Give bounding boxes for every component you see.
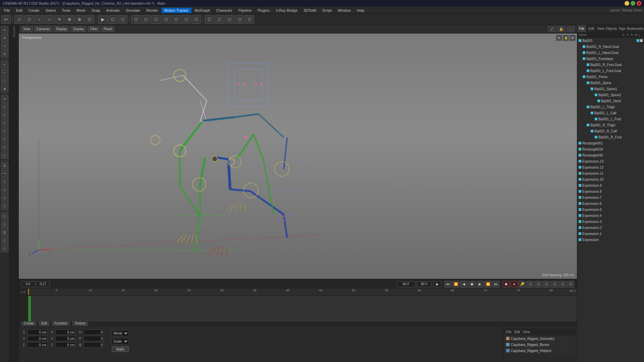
rec-auto-button[interactable]: ●: [511, 281, 518, 288]
obj-r-foot-goal[interactable]: Bip001_R_Foot.Goal: [577, 62, 644, 68]
menu-select[interactable]: Select: [43, 8, 59, 13]
menu-animate[interactable]: Animate: [104, 8, 122, 13]
tool-brush5[interactable]: ⬡: [1, 127, 8, 135]
rp-tab-file[interactable]: File: [577, 25, 587, 32]
tool-render2[interactable]: ⬡: [108, 15, 117, 24]
menu-simulate[interactable]: Simulate: [123, 8, 143, 13]
menu-create[interactable]: Create: [26, 8, 42, 13]
menu-file[interactable]: File: [1, 8, 13, 13]
menu-script[interactable]: Script: [320, 8, 334, 13]
menu-help[interactable]: Help: [354, 8, 367, 13]
br-item-bones[interactable]: Capybara_Rigged_Bones: [505, 342, 576, 348]
vp-display2-btn[interactable]: Display: [71, 26, 87, 32]
obj-l-foot-goal[interactable]: Bip001_L_Foot.Goal: [577, 68, 644, 74]
obj-expr12[interactable]: Expression.12: [577, 164, 644, 170]
obj-rect018[interactable]: Rectangle018: [577, 146, 644, 152]
stop-button[interactable]: ⏹: [468, 281, 476, 288]
vp-ctrl-2[interactable]: 🔒: [563, 35, 569, 41]
maximize-button[interactable]: □: [631, 1, 635, 6]
tool-circle[interactable]: ○: [35, 15, 44, 24]
tool-brush3[interactable]: ⬡: [1, 111, 8, 119]
tool-open[interactable]: ⬡: [24, 15, 34, 24]
tool-point[interactable]: •: [1, 61, 8, 68]
vp-cameras-btn[interactable]: Cameras: [34, 26, 53, 32]
tool-extra9[interactable]: ⬡: [1, 202, 8, 209]
obj-r-thigh[interactable]: Bip001_R_Thigh: [577, 122, 644, 128]
rp-tab-tags[interactable]: Tags: [618, 25, 627, 32]
obj-r-foot[interactable]: Bip001_R_Foot: [577, 134, 644, 140]
rp-tab-objects[interactable]: Objects: [606, 25, 618, 32]
tool-extra13[interactable]: ⬡: [1, 245, 8, 252]
tool-cube[interactable]: ⬡: [131, 15, 141, 24]
vp-panel-btn[interactable]: Panel: [101, 26, 115, 32]
play-button[interactable]: ▶: [476, 281, 484, 288]
menu-render[interactable]: Render: [144, 8, 161, 13]
tool-render[interactable]: ▶: [98, 15, 107, 24]
window-controls[interactable]: _ □ ✕: [625, 1, 641, 6]
tool-nurbs[interactable]: ⬡: [141, 15, 151, 24]
end-frame-input[interactable]: [397, 281, 415, 287]
menu-edit[interactable]: Edit: [13, 8, 25, 13]
tool-extra12[interactable]: ⬡: [1, 237, 8, 244]
tool-scene[interactable]: ⬡: [161, 15, 171, 24]
tool-brush6[interactable]: ⬡: [1, 135, 8, 143]
obj-expr4[interactable]: Expression.4: [577, 213, 644, 219]
motion2-button[interactable]: ⬡: [535, 281, 542, 288]
tool-extra11[interactable]: ⬡: [1, 221, 8, 228]
tool-extra6[interactable]: ⬡: [1, 178, 8, 185]
menu-pipeline[interactable]: Pipeline: [236, 8, 254, 13]
tool-extra5[interactable]: ⬡: [245, 15, 254, 24]
prev-frame-button[interactable]: ⏪: [452, 281, 460, 288]
tool-brush2[interactable]: ⬡: [1, 103, 8, 111]
rot-z-input[interactable]: [55, 342, 75, 348]
motion5-button[interactable]: ⬡: [559, 281, 566, 288]
obj-r-hand[interactable]: Bip001_R_Hand.Goal: [577, 44, 644, 50]
coord-system-select[interactable]: World Object Local: [112, 330, 129, 336]
tool-render3[interactable]: ⬡: [118, 15, 127, 24]
rp-tab-edit[interactable]: Edit: [587, 25, 596, 32]
rp-tab-bookmarks[interactable]: Bookmarks: [627, 25, 644, 32]
motion-button[interactable]: ⬡: [527, 281, 534, 288]
tool-new[interactable]: ⬡: [14, 15, 24, 24]
go-start-button[interactable]: ⏮: [444, 281, 451, 288]
obj-expr8[interactable]: Expression.8: [577, 188, 644, 194]
obj-rect045[interactable]: Rectangle045: [577, 152, 644, 158]
menu-plugins[interactable]: Plugins: [255, 8, 272, 13]
tool-money[interactable]: $: [1, 162, 8, 169]
obj-expr1[interactable]: Expression.1: [577, 231, 644, 237]
tool-scale[interactable]: ⊕: [65, 15, 74, 24]
apply-button[interactable]: Apply: [112, 346, 129, 352]
tool-camera[interactable]: ⬡: [171, 15, 181, 24]
obj-expr7[interactable]: Expression.7: [577, 194, 644, 200]
scale-mode-select[interactable]: Scale Size: [112, 338, 129, 344]
tool-brush8[interactable]: ⬡: [1, 152, 8, 159]
minimize-button[interactable]: _: [625, 1, 629, 6]
tool-light[interactable]: ⬡: [181, 15, 191, 24]
obj-footsteps[interactable]: Bip001_Footsteps: [577, 56, 644, 62]
menu-snap[interactable]: Snap: [89, 8, 103, 13]
obj-expr11[interactable]: Expression.11: [577, 170, 644, 176]
tool-python[interactable]: ⬡: [192, 15, 201, 24]
tool-extra7[interactable]: ⬡: [1, 186, 8, 193]
tool-undo[interactable]: ↩: [1, 15, 11, 24]
tool-obj[interactable]: ◈: [1, 85, 8, 92]
tool-layers[interactable]: ☰: [1, 229, 8, 236]
vp-view-btn[interactable]: View: [21, 26, 33, 32]
tool-brush7[interactable]: ⬡: [1, 143, 8, 151]
obj-expr6[interactable]: Expression.6: [577, 200, 644, 206]
obj-spine1[interactable]: Bip001_Spine1: [577, 86, 644, 92]
menu-3dtoall[interactable]: 3DToAll: [301, 8, 319, 13]
vp-filter-btn[interactable]: Filter: [88, 26, 100, 32]
b-input[interactable]: [84, 342, 104, 348]
obj-spine[interactable]: Bip001_Spine: [577, 80, 644, 86]
start-marker[interactable]: [28, 296, 31, 321]
go-end-button[interactable]: ⏭: [492, 281, 500, 288]
obj-expr5[interactable]: Expression.5: [577, 206, 644, 213]
timeline-track[interactable]: [19, 296, 577, 321]
tool-poly[interactable]: □: [1, 77, 8, 84]
obj-expr10[interactable]: Expression.10: [577, 176, 644, 182]
tool-extra3[interactable]: ⬡: [225, 15, 234, 24]
obj-expr3[interactable]: Expression.3: [577, 219, 644, 225]
vp-ctrl-3[interactable]: ⊠: [570, 35, 576, 41]
motion6-button[interactable]: ⬡: [567, 281, 574, 288]
